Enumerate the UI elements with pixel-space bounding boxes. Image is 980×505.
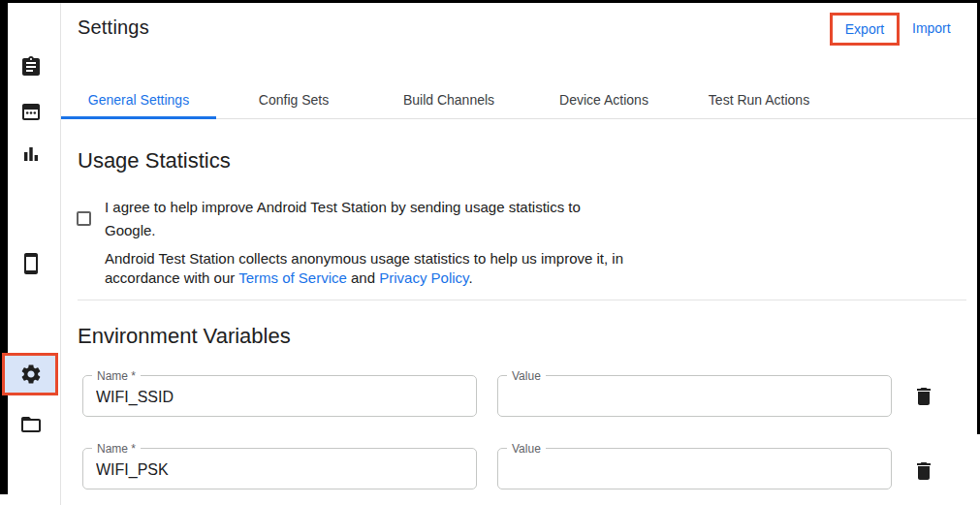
env-var-name-field: Name *	[82, 448, 477, 489]
environment-variables-heading: Environment Variables	[78, 324, 291, 349]
page-title: Settings	[78, 16, 149, 39]
tab-test-run-actions[interactable]: Test Run Actions	[681, 82, 837, 118]
delete-row-trash-icon[interactable]	[912, 385, 935, 408]
window-edge-left	[0, 0, 8, 494]
usage-statistics-checkbox[interactable]	[77, 211, 91, 226]
settings-tab-bar: General Settings Config Sets Build Chann…	[61, 82, 977, 119]
settings-gear-icon[interactable]	[19, 363, 43, 386]
env-var-value-input[interactable]	[498, 449, 891, 489]
usage-statistics-heading: Usage Statistics	[78, 148, 231, 174]
name-field-label: Name *	[92, 369, 141, 383]
app-window: Settings Export Import General Settings …	[0, 0, 980, 505]
export-annotation-box: Export	[830, 13, 900, 46]
name-field-label: Name *	[92, 442, 141, 456]
env-var-value-field: Value	[497, 375, 892, 417]
section-divider	[78, 300, 966, 300]
privacy-policy-link[interactable]: Privacy Policy	[379, 269, 468, 286]
usage-statistics-description: Android Test Station collects anonymous …	[105, 249, 675, 288]
files-folder-icon[interactable]	[19, 413, 43, 436]
env-var-name-field: Name *	[82, 375, 477, 417]
description-text: and	[347, 269, 379, 286]
tab-build-channels[interactable]: Build Channels	[371, 82, 526, 118]
window-edge-top	[0, 0, 980, 3]
usage-statistics-checkbox-label: I agree to help improve Android Test Sta…	[105, 196, 628, 242]
env-var-name-input[interactable]	[83, 449, 476, 489]
tab-general-settings[interactable]: General Settings	[61, 82, 216, 118]
schedule-calendar-icon[interactable]	[19, 100, 43, 123]
description-text: .	[468, 269, 472, 286]
env-var-value-input[interactable]	[498, 376, 891, 416]
import-button[interactable]: Import	[912, 20, 951, 36]
reports-bar-chart-icon[interactable]	[19, 142, 43, 166]
terms-of-service-link[interactable]: Terms of Service	[238, 269, 347, 286]
tab-config-sets[interactable]: Config Sets	[216, 82, 371, 118]
env-var-value-field: Value	[497, 448, 892, 489]
export-button[interactable]: Export	[845, 21, 884, 37]
value-field-label: Value	[507, 442, 546, 456]
delete-row-trash-icon[interactable]	[912, 459, 935, 483]
test-plans-clipboard-icon[interactable]	[19, 55, 43, 79]
value-field-label: Value	[507, 369, 546, 383]
devices-phone-icon[interactable]	[19, 252, 43, 275]
env-var-name-input[interactable]	[83, 376, 476, 416]
tab-device-actions[interactable]: Device Actions	[526, 82, 681, 118]
